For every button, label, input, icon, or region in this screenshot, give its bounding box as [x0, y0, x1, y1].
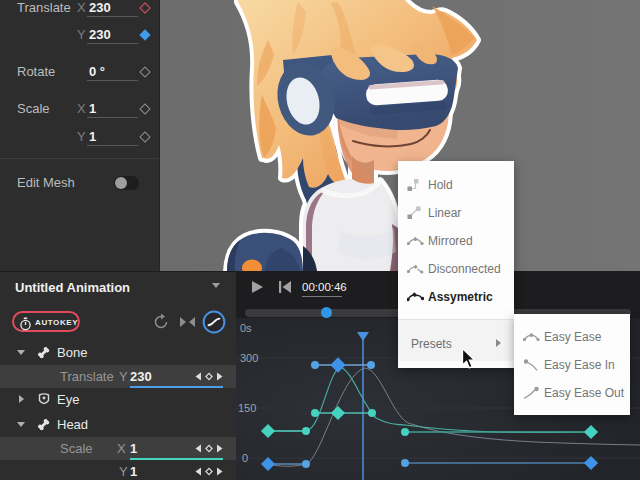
svg-text:0s: 0s [240, 322, 252, 334]
svg-text:0: 0 [242, 452, 248, 464]
svg-text:300: 300 [240, 352, 258, 364]
svg-text:150: 150 [238, 402, 256, 414]
